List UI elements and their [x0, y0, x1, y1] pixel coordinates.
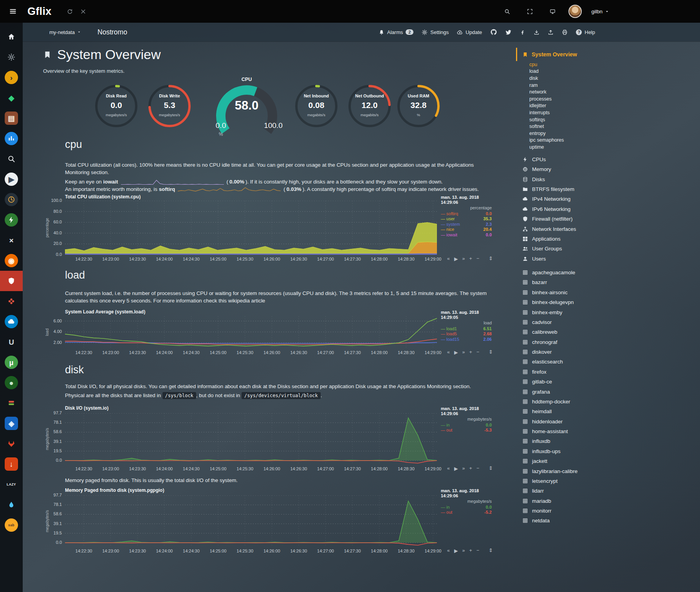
- menu-app-influxdb-ups[interactable]: influxdb-ups: [516, 446, 700, 456]
- nextcloud-icon[interactable]: [0, 311, 23, 332]
- shield-app-icon[interactable]: [0, 271, 23, 291]
- github-icon[interactable]: [490, 29, 497, 36]
- menu-app-hiddenloader[interactable]: hiddenloader: [516, 416, 700, 426]
- plex-icon[interactable]: ›: [0, 67, 23, 88]
- menu-app-bazarr[interactable]: bazarr: [516, 277, 700, 287]
- menu-app-calibreweb[interactable]: calibreweb: [516, 327, 700, 337]
- menu-app-monitorr[interactable]: monitorr: [516, 506, 700, 516]
- zoom-in-button[interactable]: +: [469, 548, 472, 554]
- submenu-idlejitter[interactable]: idlejitter: [516, 103, 700, 110]
- server-dropdown[interactable]: my-netdata: [49, 29, 81, 35]
- menu-app-lazylibrarian-calibre[interactable]: lazylibrarian-calibre: [516, 466, 700, 476]
- menu-section-users[interactable]: Users: [516, 254, 700, 263]
- submenu-network[interactable]: network: [516, 88, 700, 95]
- play-button[interactable]: ▶: [454, 548, 458, 554]
- chart-plot-area[interactable]: [65, 316, 437, 348]
- cross-app-icon[interactable]: ×: [0, 230, 23, 250]
- zoom-out-button[interactable]: −: [476, 548, 479, 554]
- menu-app-binhex-emby[interactable]: binhex-emby: [516, 307, 700, 317]
- utorrent-icon[interactable]: µ: [0, 352, 23, 372]
- menu-section-disks[interactable]: Disks: [516, 174, 700, 184]
- ubooquity-icon[interactable]: U: [0, 332, 23, 352]
- home-icon[interactable]: [0, 27, 23, 47]
- droplet-app-icon[interactable]: [0, 495, 23, 515]
- lazylibrarian-icon[interactable]: LAZY: [0, 474, 23, 495]
- zoom-out-button[interactable]: −: [476, 349, 479, 355]
- chart-cpu[interactable]: Total CPU utilization (system.cpu)percen…: [43, 194, 507, 268]
- zoom-out-button[interactable]: −: [476, 466, 479, 471]
- settings-button[interactable]: Settings: [422, 29, 449, 35]
- play-button[interactable]: ▶: [454, 349, 458, 355]
- bolt-app-icon[interactable]: [0, 210, 23, 230]
- gitlab-icon[interactable]: [0, 434, 23, 454]
- tautulli-icon[interactable]: [0, 189, 23, 210]
- submenu-processes[interactable]: processes: [516, 95, 700, 103]
- play-button[interactable]: ▶: [454, 466, 458, 471]
- wikipedia-link[interactable]: wikipedia article: [228, 298, 265, 304]
- menu-app-apacheguacamole[interactable]: apacheguacamole: [516, 268, 700, 277]
- chart-resize-handle[interactable]: ⇕: [489, 465, 493, 471]
- radarr-icon[interactable]: ◆: [0, 88, 23, 108]
- menu-app-chronograf[interactable]: chronograf: [516, 337, 700, 347]
- refresh-icon[interactable]: [63, 5, 77, 18]
- search-icon[interactable]: [500, 5, 514, 18]
- transmission-app-icon[interactable]: ↓: [0, 454, 23, 474]
- menu-section-firewall-netfilter-[interactable]: Firewall (netfilter): [516, 214, 700, 224]
- menu-app-binhex-delugevpn[interactable]: binhex-delugevpn: [516, 297, 700, 307]
- chart-plot-area[interactable]: [65, 413, 437, 464]
- sabnzbd-icon[interactable]: sab: [0, 515, 23, 535]
- submenu-interrupts[interactable]: interrupts: [516, 109, 700, 116]
- play-button[interactable]: ▶: [454, 256, 458, 262]
- calibre-icon[interactable]: ▤: [0, 108, 23, 128]
- pan-left-button[interactable]: «: [447, 256, 450, 262]
- display-icon[interactable]: [546, 5, 559, 18]
- submenu-softnet[interactable]: softnet: [516, 123, 700, 130]
- submenu-load[interactable]: load: [516, 68, 700, 75]
- menu-app-cadvisor[interactable]: cadvisor: [516, 317, 700, 327]
- submenu-entropy[interactable]: entropy: [516, 130, 700, 137]
- menu-app-hddtemp-docker[interactable]: hddtemp-docker: [516, 397, 700, 407]
- chart-resize-handle[interactable]: ⇕: [489, 256, 493, 261]
- fullscreen-icon[interactable]: [523, 5, 536, 18]
- heimdall-app-icon[interactable]: ◈: [0, 413, 23, 434]
- facebook-icon[interactable]: [520, 29, 525, 35]
- airsonic-icon[interactable]: [0, 128, 23, 149]
- submenu-softirqs[interactable]: softirqs: [516, 116, 700, 123]
- menu-section-applications[interactable]: Applications: [516, 234, 700, 244]
- menu-app-elasticsearch[interactable]: elasticsearch: [516, 357, 700, 367]
- zoom-in-button[interactable]: +: [469, 256, 472, 262]
- menu-section-user-groups[interactable]: User Groups: [516, 244, 700, 254]
- pan-left-button[interactable]: «: [447, 466, 450, 471]
- search-app-icon[interactable]: [0, 149, 23, 169]
- pan-right-button[interactable]: »: [462, 256, 465, 262]
- menu-section-cpus[interactable]: CPUs: [516, 155, 700, 164]
- submenu-ram[interactable]: ram: [516, 82, 700, 89]
- update-button[interactable]: Update: [457, 29, 482, 35]
- avatar[interactable]: [568, 5, 582, 18]
- chart-load[interactable]: System Load Average (system.load)load6.0…: [43, 309, 507, 358]
- green-app-icon[interactable]: ●: [0, 372, 23, 393]
- chart-resize-handle[interactable]: ⇕: [489, 349, 493, 355]
- submenu-disk[interactable]: disk: [516, 75, 700, 82]
- menu-app-influxdb[interactable]: influxdb: [516, 436, 700, 446]
- pan-right-button[interactable]: »: [462, 466, 465, 471]
- submenu-cpu[interactable]: cpu: [516, 61, 700, 68]
- pan-left-button[interactable]: «: [447, 349, 450, 355]
- chart-pgpgio[interactable]: Memory Paged from/to disk (system.pgpgio…: [43, 488, 507, 566]
- chart-plot-area[interactable]: [65, 201, 437, 255]
- zoom-out-button[interactable]: −: [476, 256, 479, 262]
- menu-section-btrfs-filesystem[interactable]: BTRFS filesystem: [516, 184, 700, 194]
- menu-section-network-interfaces[interactable]: Network Interfaces: [516, 224, 700, 234]
- hamburger-menu-icon[interactable]: [6, 5, 20, 18]
- close-icon[interactable]: [77, 5, 90, 18]
- zoom-in-button[interactable]: +: [469, 466, 472, 471]
- submenu-ipc-semaphores[interactable]: ipc semaphores: [516, 137, 700, 144]
- menu-app-mariadb[interactable]: mariadb: [516, 496, 700, 506]
- menu-section-memory[interactable]: Memory: [516, 164, 700, 174]
- twitter-icon[interactable]: [505, 29, 511, 35]
- menu-app-home-assistant[interactable]: home-assistant: [516, 426, 700, 436]
- pan-right-button[interactable]: »: [462, 548, 465, 554]
- menu-app-firefox[interactable]: firefox: [516, 367, 700, 377]
- pan-right-button[interactable]: »: [462, 349, 465, 355]
- menu-section-ipv6-networking[interactable]: IPv6 Networking: [516, 204, 700, 214]
